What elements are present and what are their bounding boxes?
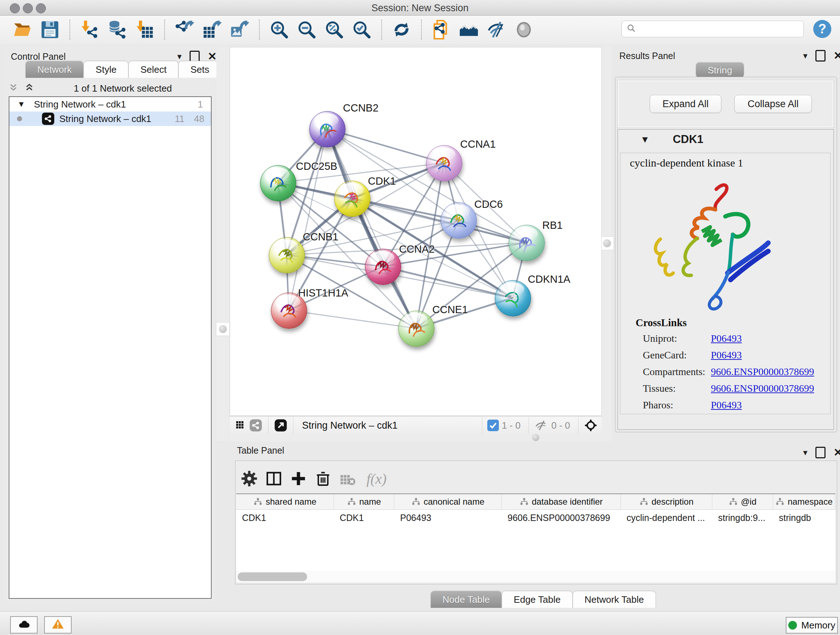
- column-header-name[interactable]: name: [334, 494, 394, 509]
- left-splitter[interactable]: [216, 46, 229, 441]
- right-splitter[interactable]: [602, 46, 612, 441]
- protein-thumbnail: [265, 172, 292, 196]
- refresh-button[interactable]: [391, 19, 412, 40]
- network-node-CDC6[interactable]: [441, 203, 477, 239]
- hidden-eye-slash-icon[interactable]: [534, 418, 548, 432]
- import-network-button[interactable]: [79, 19, 100, 40]
- tab-select[interactable]: Select: [128, 61, 178, 78]
- selection-status-text: 1 of 1 Network selected: [35, 83, 211, 94]
- zoom-selected-button[interactable]: [351, 19, 372, 40]
- export-network-button[interactable]: [174, 19, 195, 40]
- tab-network-table[interactable]: Network Table: [573, 591, 656, 608]
- crosslink-value-link[interactable]: 9606.ENSP00000378699: [711, 366, 814, 378]
- table-row[interactable]: CDK1CDK1P064939606.ENSP00000378699cyclin…: [236, 510, 835, 526]
- import-table-button[interactable]: [134, 19, 155, 40]
- network-node-RB1[interactable]: [508, 225, 545, 261]
- network-node-CCNA1[interactable]: [426, 145, 462, 181]
- results-tab-string[interactable]: String: [696, 62, 744, 78]
- network-share-icon[interactable]: [248, 418, 263, 432]
- toggle-bird-eye-button[interactable]: [513, 19, 534, 40]
- column-header-canonical-name[interactable]: canonical name: [394, 494, 502, 509]
- network-node-CDK1[interactable]: [334, 181, 370, 217]
- network-node-CDC25B[interactable]: [260, 165, 296, 201]
- tab-style[interactable]: Style: [84, 61, 128, 78]
- panel-float-icon[interactable]: [815, 447, 826, 458]
- crosslink-value-link[interactable]: P06493: [711, 349, 742, 361]
- network-node-CCNB1[interactable]: [269, 237, 305, 273]
- tab-network[interactable]: Network: [25, 61, 84, 78]
- panel-close-icon[interactable]: ✕: [208, 51, 217, 62]
- panel-menu-caret-icon[interactable]: ▾: [803, 448, 807, 458]
- left-splitter-handle[interactable]: [216, 322, 230, 336]
- zoom-fit-button[interactable]: [324, 19, 345, 40]
- node-label-CDC25B: CDC25B: [296, 160, 337, 172]
- collapse-all-button[interactable]: Collapse All: [734, 95, 812, 113]
- search-field[interactable]: [622, 21, 804, 37]
- column-header-namespace[interactable]: namespace: [773, 494, 835, 509]
- scrollbar-thumb[interactable]: [238, 572, 307, 581]
- tree-collapse-caret-icon[interactable]: ▼: [17, 100, 25, 109]
- selected-checkbox-icon[interactable]: [487, 420, 499, 431]
- expand-all-chevrons-icon[interactable]: [8, 82, 19, 95]
- panel-close-icon[interactable]: ✕: [834, 50, 840, 61]
- panel-menu-caret-icon[interactable]: ▾: [803, 51, 807, 61]
- results-panel-window-controls: ▾ ✕: [803, 50, 840, 62]
- network-tree-row[interactable]: String Network – cdk1 11 48: [9, 111, 211, 126]
- crosslink-value-link[interactable]: P06493: [711, 333, 742, 344]
- grid-view-icon[interactable]: [234, 418, 248, 432]
- add-column-icon[interactable]: [289, 469, 308, 488]
- horizontal-splitter[interactable]: [230, 434, 602, 442]
- network-node-CDKN1A[interactable]: [495, 280, 531, 317]
- table-gear-icon[interactable]: [240, 469, 259, 488]
- table-horizontal-scrollbar[interactable]: [236, 571, 835, 583]
- window-title: Session: New Session: [0, 3, 840, 14]
- tab-sets[interactable]: Sets: [178, 61, 221, 78]
- protein-thumbnail: [370, 256, 396, 279]
- network-node-CCNB2[interactable]: [309, 111, 346, 147]
- fit-crosshair-icon[interactable]: [584, 418, 598, 432]
- zoom-in-button[interactable]: [269, 19, 290, 40]
- warnings-button[interactable]: [44, 616, 72, 633]
- hide-unhide-button[interactable]: [486, 19, 507, 40]
- cloud-status-button[interactable]: [10, 616, 38, 633]
- crosslink-value-link[interactable]: 9606.ENSP00000378699: [711, 383, 814, 394]
- current-network-dot-icon: [14, 114, 25, 124]
- import-database-button[interactable]: [107, 19, 128, 40]
- network-node-CCNE1[interactable]: [398, 310, 434, 347]
- application-window: Session: New Session ? Control Panel ▾ ✕…: [0, 0, 840, 635]
- expand-all-button[interactable]: Expand All: [650, 95, 722, 113]
- table-cell: P06493: [394, 510, 502, 526]
- collapse-all-chevrons-icon[interactable]: [24, 82, 35, 95]
- export-table-button[interactable]: [202, 19, 223, 40]
- memory-button[interactable]: Memory: [786, 617, 838, 633]
- share-document-button[interactable]: [431, 19, 452, 40]
- string-home-button[interactable]: [458, 19, 479, 40]
- help-button[interactable]: ?: [813, 20, 831, 38]
- crosslink-value-link[interactable]: P06493: [711, 399, 742, 411]
- panel-menu-caret-icon[interactable]: ▾: [177, 51, 182, 62]
- network-tree-row[interactable]: ▼ String Network – cdk1 1: [9, 97, 211, 111]
- tab-edge-table[interactable]: Edge Table: [502, 591, 573, 608]
- delete-column-icon[interactable]: [314, 469, 332, 488]
- protein-thumbnail: [403, 318, 430, 341]
- export-image-button[interactable]: [229, 19, 250, 40]
- column-header-database-identifier[interactable]: database identifier: [502, 494, 621, 509]
- save-session-button[interactable]: [39, 19, 60, 40]
- column-header-@id[interactable]: @id: [712, 494, 773, 509]
- network-canvas[interactable]: CCNB2 CCNA1 CDC25B CDK1 CDC6: [230, 47, 602, 416]
- open-session-button[interactable]: [12, 19, 33, 40]
- zoom-out-button[interactable]: [296, 19, 317, 40]
- node-table: shared namenamecanonical namedatabase id…: [236, 494, 835, 571]
- collapse-caret-icon[interactable]: ▼: [640, 134, 650, 145]
- tab-node-table[interactable]: Node Table: [431, 591, 502, 608]
- panel-float-icon[interactable]: [815, 50, 826, 62]
- panel-close-icon[interactable]: ✕: [834, 447, 840, 458]
- column-header-shared-name[interactable]: shared name: [236, 494, 334, 509]
- columns-icon[interactable]: [264, 469, 283, 488]
- network-node-CCNA2[interactable]: [365, 249, 401, 285]
- gene-header[interactable]: ▼ CDK1: [618, 130, 834, 149]
- node-label-RB1: RB1: [542, 219, 562, 231]
- open-in-new-icon[interactable]: [273, 418, 288, 432]
- column-header-description[interactable]: description: [621, 494, 712, 509]
- search-input[interactable]: [636, 24, 804, 35]
